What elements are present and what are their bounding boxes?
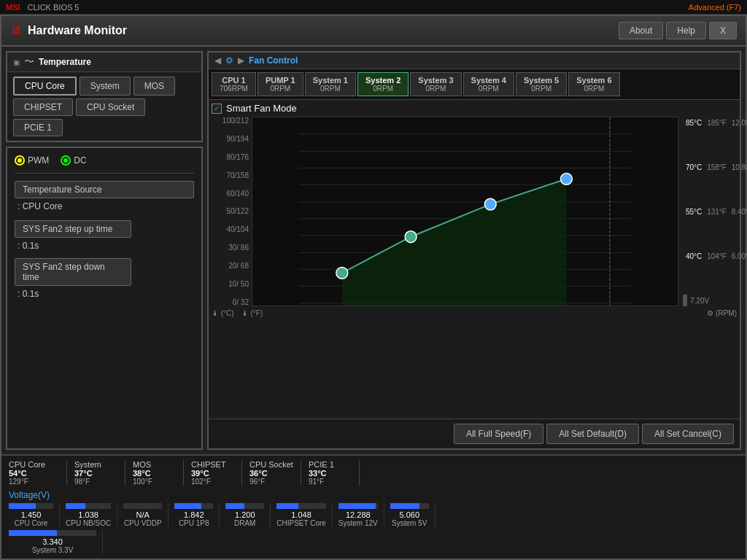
label-720v: 7.20V bbox=[690, 297, 709, 305]
sensor-cpu-core-c: 54°C bbox=[9, 469, 59, 478]
y-label-1: 90/194 bbox=[212, 135, 249, 143]
temperature-section: ▣ 〜 Temperature CPU Core System MOS CHIP… bbox=[6, 51, 203, 142]
y-label-5: 50/122 bbox=[212, 207, 249, 215]
fan-tab-cpu1[interactable]: CPU 1 706RPM bbox=[212, 72, 256, 96]
voltage-cpu-nb-soc: 1.038 CPU NB/SOC bbox=[60, 503, 117, 527]
voltage-dram-bar-container bbox=[225, 503, 264, 509]
voltage-cpu-vddp-name: CPU VDDP bbox=[123, 519, 162, 527]
fan-tab-system4[interactable]: System 4 0RPM bbox=[463, 72, 514, 96]
label-840v: 8.40V bbox=[732, 208, 747, 216]
voltage-dram-name: DRAM bbox=[225, 519, 264, 527]
sensor-pcie1-f: 91°F bbox=[309, 478, 352, 486]
step-down-value: : 0.1s bbox=[15, 287, 194, 300]
voltage-chipset-val: 1.048 bbox=[276, 510, 326, 519]
fan-tab-system6[interactable]: System 6 0RPM bbox=[568, 72, 619, 96]
about-button[interactable]: About bbox=[619, 22, 663, 39]
sensor-mos-f: 100°F bbox=[133, 478, 176, 486]
voltage-12v-val: 12.288 bbox=[338, 510, 378, 519]
label-55c: 55°C bbox=[686, 208, 702, 216]
temp-source-button[interactable]: Temperature Source bbox=[15, 181, 194, 198]
chart-y-labels: 100/212 90/194 80/176 70/158 60/140 50/1… bbox=[212, 117, 252, 306]
curve-point-4[interactable] bbox=[560, 173, 572, 184]
curve-point-2[interactable] bbox=[405, 231, 417, 243]
all-set-cancel-button[interactable]: All Set Cancel(C) bbox=[642, 424, 734, 444]
voltage-12v-bar-container bbox=[338, 503, 378, 509]
advanced-label: Advanced (F7) bbox=[689, 3, 741, 12]
temp-btn-cpu-core[interactable]: CPU Core bbox=[13, 77, 77, 96]
voltage-cpu-core-bar-container bbox=[9, 503, 53, 509]
dc-label: DC bbox=[74, 155, 86, 166]
label-104f: 104°F bbox=[707, 252, 727, 260]
fan-icon: ⚙ bbox=[225, 55, 233, 66]
voltage-cpu-1p8: 1.842 CPU 1P8 bbox=[169, 503, 220, 527]
temp-btn-system[interactable]: System bbox=[80, 77, 131, 96]
chart-main[interactable] bbox=[252, 117, 678, 306]
fan-tab-system5[interactable]: System 5 0RPM bbox=[516, 72, 567, 96]
voltage-cpu-1p8-val: 1.842 bbox=[174, 510, 213, 519]
all-set-default-button[interactable]: All Set Default(D) bbox=[546, 424, 639, 444]
all-full-speed-button[interactable]: All Full Speed(F) bbox=[454, 424, 543, 444]
fan-tab-system3[interactable]: System 3 0RPM bbox=[410, 72, 461, 96]
right-label-85c: 85°C 185°F 12.00V bbox=[683, 117, 737, 128]
voltage-33v-val: 3.340 bbox=[9, 537, 96, 546]
fan-back-arrow[interactable]: ◀ bbox=[214, 55, 221, 66]
temp-wave-icon: 〜 bbox=[24, 55, 34, 69]
label-85c: 85°C bbox=[686, 119, 702, 127]
voltage-row-1: 1.450 CPU Core 1.038 CPU NB/SOC N/A CPU … bbox=[9, 503, 738, 527]
temp-btn-mos[interactable]: MOS bbox=[133, 77, 175, 96]
status-bar: CPU Core 54°C 129°F System 37°C 98°F MOS… bbox=[1, 454, 746, 559]
step-up-button[interactable]: SYS Fan2 step up time bbox=[15, 220, 131, 238]
title-bar-right: About Help X bbox=[619, 22, 737, 39]
sensor-system: System 37°C 98°F bbox=[67, 460, 125, 486]
sensor-chipset-name: CHIPSET bbox=[191, 460, 234, 469]
voltage-12v-bar bbox=[338, 503, 376, 509]
y-label-9: 10/ 50 bbox=[212, 280, 249, 288]
sensor-mos-name: MOS bbox=[133, 460, 176, 469]
chart-legend: 🌡 (°C) 🌡 (°F) ⚙ (RPM) bbox=[212, 309, 737, 317]
temp-btn-cpu-socket[interactable]: CPU Socket bbox=[76, 98, 145, 116]
step-down-group: SYS Fan2 step down time : 0.1s bbox=[15, 258, 194, 300]
sensor-cpu-socket-c: 36°C bbox=[249, 469, 293, 478]
close-button[interactable]: X bbox=[709, 22, 737, 39]
temp-c-unit: 🌡 (°C) bbox=[212, 309, 234, 317]
step-down-button[interactable]: SYS Fan2 step down time bbox=[15, 258, 131, 286]
fan-control-section: ◀ ⚙ ▶ Fan Control CPU 1 706RPM PUMP 1 0R… bbox=[207, 51, 741, 450]
step-up-group: SYS Fan2 step up time : 0.1s bbox=[15, 220, 194, 252]
voltage-label: Voltage(V) bbox=[9, 490, 738, 500]
voltage-cpu-1p8-bar bbox=[174, 503, 201, 509]
right-label-720v: 7.20V bbox=[683, 295, 737, 306]
y-label-7: 30/ 86 bbox=[212, 244, 249, 252]
voltage-cpu-nb-bar bbox=[66, 503, 85, 509]
label-1080v: 10.80V bbox=[732, 163, 747, 171]
voltage-33v-bar bbox=[9, 530, 57, 536]
pwm-dc-row: PWM DC bbox=[15, 155, 194, 166]
fan-arrow-right: ▶ bbox=[238, 55, 244, 66]
dc-radio[interactable] bbox=[61, 155, 71, 166]
smart-fan-checkbox[interactable]: ✓ bbox=[212, 104, 222, 114]
fan-tab-system2[interactable]: System 2 0RPM bbox=[357, 72, 409, 96]
sensor-cpu-socket: CPU Socket 36°C 96°F bbox=[242, 460, 301, 486]
curve-point-3[interactable] bbox=[484, 198, 496, 210]
help-button[interactable]: Help bbox=[666, 22, 706, 39]
pwm-radio[interactable] bbox=[15, 155, 25, 166]
dc-option[interactable]: DC bbox=[61, 155, 86, 166]
sensor-pcie1-c: 33°C bbox=[309, 469, 352, 478]
fan-tab-pump1[interactable]: PUMP 1 0RPM bbox=[258, 72, 303, 96]
collapse-icon[interactable]: ▣ bbox=[13, 58, 20, 66]
pwm-option[interactable]: PWM bbox=[15, 155, 49, 166]
sensor-cpu-core: CPU Core 54°C 129°F bbox=[9, 460, 67, 486]
temp-btn-pcie1[interactable]: PCIE 1 bbox=[13, 119, 63, 136]
title-bar-left: 🖥 Hardware Monitor bbox=[10, 24, 127, 37]
temp-btn-chipset[interactable]: CHIPSET bbox=[13, 98, 73, 116]
voltage-33v-bar-container bbox=[9, 530, 96, 536]
voltage-chipset-bar-container bbox=[276, 503, 326, 509]
voltage-chipset-name: CHIPSET Core bbox=[276, 519, 326, 527]
voltage-5v-val: 5.060 bbox=[390, 510, 429, 519]
voltage-cpu-vddp-bar-container bbox=[123, 503, 162, 509]
sensor-cpu-core-name: CPU Core bbox=[9, 460, 59, 469]
temp-source-group: Temperature Source : CPU Core bbox=[15, 181, 194, 213]
fan-tab-system1[interactable]: System 1 0RPM bbox=[305, 72, 356, 96]
voltage-cpu-core-val: 1.450 bbox=[9, 510, 53, 519]
bottom-buttons: All Full Speed(F) All Set Default(D) All… bbox=[209, 419, 740, 448]
curve-point-1[interactable] bbox=[336, 267, 348, 279]
